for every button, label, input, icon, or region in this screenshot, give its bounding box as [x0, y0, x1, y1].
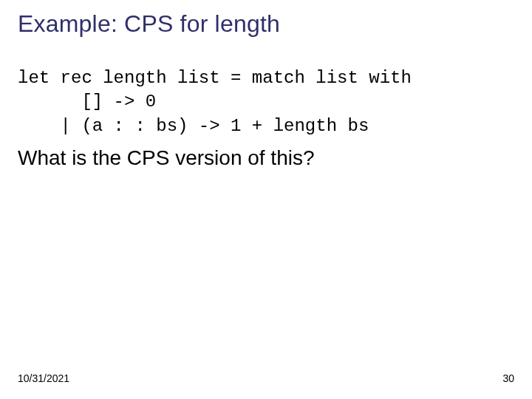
slide-question: What is the CPS version of this? — [18, 146, 315, 170]
slide-title: Example: CPS for length — [18, 10, 280, 38]
code-block: let rec length list = match list with []… — [18, 66, 412, 138]
slide: Example: CPS for length let rec length l… — [0, 0, 532, 399]
footer-page-number: 30 — [502, 372, 514, 384]
code-line: | (a : : bs) -> 1 + length bs — [18, 116, 369, 136]
footer-date: 10/31/2021 — [18, 372, 69, 384]
code-line: [] -> 0 — [18, 92, 156, 112]
code-line: let rec length list = match list with — [18, 68, 412, 88]
